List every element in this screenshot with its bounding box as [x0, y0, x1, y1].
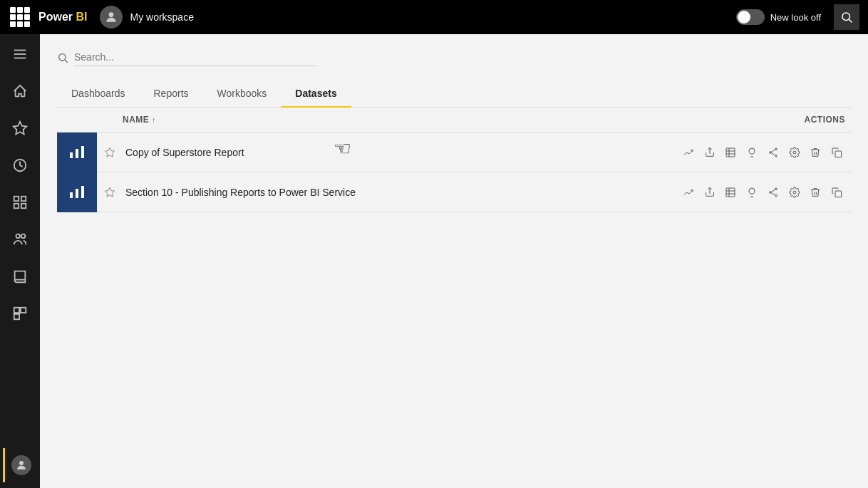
svg-rect-20 — [70, 152, 73, 158]
waffle-icon — [10, 7, 30, 27]
svg-line-32 — [771, 150, 775, 152]
tab-workbooks[interactable]: Workbooks — [203, 81, 281, 108]
bar-chart-icon-2 — [68, 184, 86, 201]
svg-rect-8 — [14, 197, 19, 201]
copy-icon — [831, 147, 842, 158]
share-icon-2 — [704, 187, 715, 198]
workspace-label[interactable]: My workspace — [130, 11, 193, 23]
sidebar-item-learn[interactable] — [3, 259, 37, 294]
share-alt-button-1[interactable] — [765, 142, 782, 162]
svg-point-12 — [16, 234, 21, 239]
user-icon — [15, 459, 28, 472]
datasets-table: NAME ↑ ACTIONS Copy of Superstore Report — [57, 108, 851, 212]
svg-rect-11 — [21, 204, 26, 208]
row-icon-datasets-1 — [57, 133, 97, 172]
insights-button-2[interactable] — [743, 182, 760, 202]
user-avatar-sidebar — [11, 455, 31, 475]
new-look-label: New look off — [770, 12, 821, 23]
svg-rect-21 — [76, 149, 78, 158]
toggle-knob — [738, 11, 750, 24]
tab-datasets[interactable]: Datasets — [281, 81, 351, 108]
svg-rect-9 — [21, 197, 26, 201]
insights-button-1[interactable] — [743, 142, 760, 162]
share-button-1[interactable] — [701, 142, 718, 162]
analyze-button-1[interactable] — [680, 142, 697, 162]
sidebar-item-user[interactable] — [3, 448, 37, 482]
star-empty-icon — [104, 147, 115, 158]
svg-point-45 — [775, 188, 777, 190]
copy-button-1[interactable] — [828, 142, 845, 162]
copy-button-2[interactable] — [828, 182, 845, 202]
svg-line-33 — [771, 152, 775, 155]
table-row: Section 10 - Publishing Reports to Power… — [57, 172, 851, 212]
svg-rect-38 — [81, 186, 84, 198]
col-header-name[interactable]: NAME ↑ — [123, 115, 680, 125]
book-icon — [12, 269, 28, 284]
settings-button-1[interactable] — [786, 142, 803, 162]
copy-icon-2 — [831, 187, 842, 198]
user-avatar[interactable] — [100, 6, 123, 28]
favorite-toggle-1[interactable] — [97, 147, 123, 158]
new-look-toggle[interactable]: New look off — [736, 9, 821, 25]
share-button-2[interactable] — [701, 182, 718, 202]
bar-chart-icon — [68, 144, 86, 161]
svg-line-19 — [65, 60, 68, 63]
gear-icon — [789, 147, 800, 158]
svg-rect-41 — [726, 188, 735, 197]
home-icon — [12, 83, 28, 99]
svg-marker-6 — [14, 122, 26, 134]
toggle-pill[interactable] — [736, 9, 765, 25]
table-button-2[interactable] — [723, 182, 740, 202]
col-header-actions: ACTIONS — [680, 115, 851, 125]
favorite-toggle-2[interactable] — [97, 187, 123, 198]
row-name-1: Copy of Superstore Report — [123, 147, 680, 158]
svg-point-47 — [775, 194, 777, 197]
search-input[interactable] — [74, 48, 316, 66]
sidebar-item-recent[interactable] — [3, 148, 37, 182]
share-alt-icon — [768, 147, 779, 158]
col-name-label: NAME — [123, 115, 149, 125]
sidebar-item-favorites[interactable] — [3, 111, 37, 145]
row-icon-datasets-2 — [57, 172, 97, 212]
waffle-button[interactable] — [9, 6, 31, 28]
svg-rect-36 — [70, 192, 73, 198]
apps-icon — [12, 194, 28, 210]
tab-reports[interactable]: Reports — [140, 81, 203, 108]
svg-point-13 — [21, 234, 26, 239]
svg-marker-23 — [105, 147, 114, 157]
sidebar-item-shared[interactable] — [3, 222, 37, 256]
menu-icon — [12, 46, 28, 62]
delete-button-2[interactable] — [807, 182, 825, 202]
trash-icon — [810, 147, 821, 158]
tab-dashboards[interactable]: Dashboards — [57, 81, 140, 108]
sidebar-item-workspaces[interactable] — [3, 296, 37, 331]
sort-arrow-icon: ↑ — [152, 116, 156, 124]
star-empty-icon-2 — [104, 187, 115, 198]
svg-rect-22 — [81, 146, 84, 158]
settings-button-2[interactable] — [786, 182, 803, 202]
topbar: Power BI My workspace New look off — [0, 0, 868, 34]
svg-rect-15 — [21, 308, 26, 313]
clock-icon — [12, 157, 28, 173]
svg-rect-14 — [14, 308, 19, 313]
share-alt-icon-2 — [768, 187, 779, 198]
workspaces-icon — [12, 306, 28, 321]
app-logo: Power BI — [38, 11, 87, 24]
sidebar-item-home[interactable] — [3, 74, 37, 108]
sidebar-item-apps[interactable] — [3, 185, 37, 219]
analyze-button-2[interactable] — [680, 182, 697, 202]
table-icon-2 — [725, 187, 736, 198]
star-icon — [12, 120, 28, 136]
share-alt-button-2[interactable] — [765, 182, 782, 202]
svg-rect-25 — [726, 148, 735, 157]
table-button-1[interactable] — [723, 142, 740, 162]
search-button[interactable] — [834, 4, 859, 30]
svg-rect-51 — [835, 191, 842, 197]
svg-rect-10 — [14, 204, 19, 208]
analyze-icon-2 — [683, 187, 694, 198]
svg-rect-35 — [835, 151, 842, 157]
delete-button-1[interactable] — [807, 142, 825, 162]
table-row: Copy of Superstore Report — [57, 133, 851, 172]
main-content: Dashboards Reports Workbooks Datasets NA… — [40, 34, 868, 488]
sidebar-item-menu[interactable] — [3, 37, 37, 71]
